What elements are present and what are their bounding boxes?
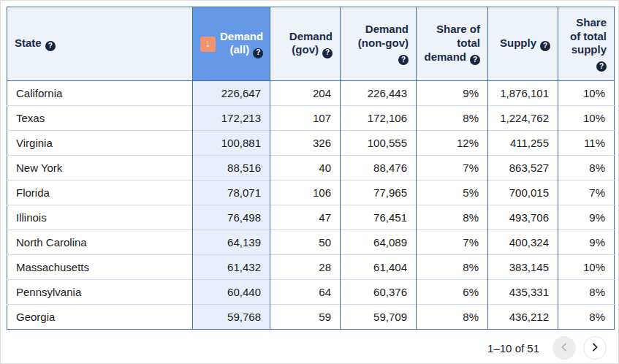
cell-demand-nongov: 100,555: [341, 131, 417, 156]
cell-supply: 436,212: [488, 305, 558, 330]
cell-share-supply: 8%: [558, 280, 615, 305]
cell-share-demand: 8%: [417, 205, 488, 230]
table-row: Texas172,213107172,1068%1,224,76210%: [7, 106, 615, 131]
cell-supply: 1,224,762: [488, 106, 558, 131]
cell-state: Illinois: [7, 205, 193, 230]
cell-demand-nongov: 60,376: [341, 280, 417, 305]
cell-share-demand: 12%: [417, 131, 488, 156]
help-icon[interactable]: ?: [540, 41, 550, 51]
help-icon[interactable]: ?: [45, 41, 56, 51]
cell-supply: 383,145: [488, 255, 558, 280]
sort-descending-icon[interactable]: ↓: [200, 37, 216, 52]
cell-share-supply: 9%: [558, 230, 615, 255]
cell-supply: 435,331: [488, 280, 558, 305]
cell-supply: 1,876,101: [488, 81, 558, 106]
column-header-demand-nongov[interactable]: Demand (non-gov)?: [341, 7, 417, 81]
pagination-range-label: 1–10 of 51: [487, 342, 539, 354]
cell-demand-gov: 204: [270, 81, 341, 106]
cell-demand-all: 78,071: [193, 181, 270, 205]
table-body: California226,647204226,4439%1,876,10110…: [7, 81, 615, 330]
cell-share-demand: 5%: [417, 181, 488, 205]
help-icon[interactable]: ?: [253, 48, 263, 58]
cell-demand-all: 59,768: [193, 305, 270, 330]
cell-share-supply: 10%: [558, 81, 615, 106]
cell-demand-nongov: 226,443: [341, 81, 417, 106]
cell-demand-gov: 106: [270, 181, 341, 205]
data-table-container: State? ↓ Demand (all)? Demand (gov)? Dem…: [7, 7, 612, 330]
pagination: 1–10 of 51: [1, 330, 618, 360]
cell-state: North Carolina: [7, 230, 193, 255]
cell-demand-gov: 50: [270, 230, 341, 255]
table-row: Florida78,07110677,9655%700,0157%: [7, 181, 615, 205]
cell-demand-nongov: 76,451: [341, 205, 417, 230]
cell-demand-gov: 64: [270, 280, 341, 305]
table-row: New York88,5164088,4767%863,5278%: [7, 156, 615, 181]
cell-demand-all: 88,516: [193, 156, 270, 181]
header-row: State? ↓ Demand (all)? Demand (gov)? Dem…: [7, 7, 615, 81]
page: State? ↓ Demand (all)? Demand (gov)? Dem…: [0, 0, 619, 364]
help-icon[interactable]: ?: [470, 55, 480, 65]
cell-demand-nongov: 59,709: [341, 305, 417, 330]
cell-share-supply: 7%: [558, 181, 615, 205]
column-header-state[interactable]: State?: [7, 7, 193, 81]
cell-share-demand: 7%: [417, 156, 488, 181]
cell-state: Florida: [7, 181, 193, 205]
next-page-button[interactable]: [583, 336, 607, 360]
cell-demand-all: 64,139: [193, 230, 270, 255]
cell-state: California: [7, 81, 193, 106]
cell-demand-all: 76,498: [193, 205, 270, 230]
cell-share-supply: 9%: [558, 205, 615, 230]
table-row: Georgia59,7685959,7098%436,2128%: [7, 305, 615, 330]
table-row: Virginia100,881326100,55512%411,25511%: [7, 131, 615, 156]
column-label-state: State: [15, 37, 42, 49]
cell-state: Virginia: [7, 131, 193, 156]
column-label-demand-all: Demand (all)?: [220, 30, 263, 58]
help-icon[interactable]: ?: [596, 61, 607, 72]
table-header: State? ↓ Demand (all)? Demand (gov)? Dem…: [7, 7, 615, 81]
cell-share-demand: 9%: [417, 81, 488, 106]
cell-demand-all: 100,881: [193, 131, 270, 156]
cell-state: Texas: [7, 106, 193, 131]
cell-supply: 493,706: [488, 205, 558, 230]
column-header-share-supply[interactable]: Share of total supply?: [558, 7, 615, 81]
column-header-share-demand[interactable]: Share of total demand?: [417, 7, 488, 81]
cell-share-demand: 8%: [417, 106, 488, 131]
column-header-demand-gov[interactable]: Demand (gov)?: [270, 7, 341, 81]
cell-demand-nongov: 77,965: [341, 181, 417, 205]
cell-demand-nongov: 88,476: [341, 156, 417, 181]
cell-share-demand: 6%: [417, 280, 488, 305]
cell-supply: 700,015: [488, 181, 558, 205]
cell-share-supply: 10%: [558, 106, 615, 131]
column-label-share-supply: Share of total supply: [570, 16, 607, 56]
cell-share-supply: 8%: [558, 156, 615, 181]
cell-state: New York: [7, 156, 193, 181]
cell-demand-gov: 107: [270, 106, 341, 131]
cell-share-supply: 10%: [558, 255, 615, 280]
cell-state: Georgia: [7, 305, 193, 330]
cell-demand-gov: 326: [270, 131, 341, 156]
cell-demand-gov: 59: [270, 305, 341, 330]
cell-demand-nongov: 64,089: [341, 230, 417, 255]
table-row: North Carolina64,1395064,0897%400,3249%: [7, 230, 615, 255]
chevron-left-icon: [558, 341, 570, 355]
cell-demand-gov: 28: [270, 255, 341, 280]
help-icon[interactable]: ?: [322, 48, 333, 58]
table-row: California226,647204226,4439%1,876,10110…: [7, 81, 615, 106]
cell-demand-gov: 40: [270, 156, 341, 181]
cell-state: Massachusetts: [7, 255, 193, 280]
cell-supply: 400,324: [488, 230, 558, 255]
cell-demand-all: 61,432: [193, 255, 270, 280]
cell-demand-all: 172,213: [193, 106, 270, 131]
help-icon[interactable]: ?: [398, 55, 409, 65]
cell-demand-nongov: 61,404: [341, 255, 417, 280]
cell-share-supply: 8%: [558, 305, 615, 330]
previous-page-button[interactable]: [552, 336, 576, 360]
cell-share-demand: 8%: [417, 255, 488, 280]
column-label-supply: Supply: [500, 37, 536, 49]
chevron-right-icon: [589, 341, 601, 355]
column-label-demand-nongov: Demand (non-gov): [358, 23, 409, 49]
cell-demand-nongov: 172,106: [341, 106, 417, 131]
column-header-supply[interactable]: Supply?: [488, 7, 558, 81]
cell-demand-all: 226,647: [193, 81, 270, 106]
column-header-demand-all[interactable]: ↓ Demand (all)?: [193, 7, 270, 81]
